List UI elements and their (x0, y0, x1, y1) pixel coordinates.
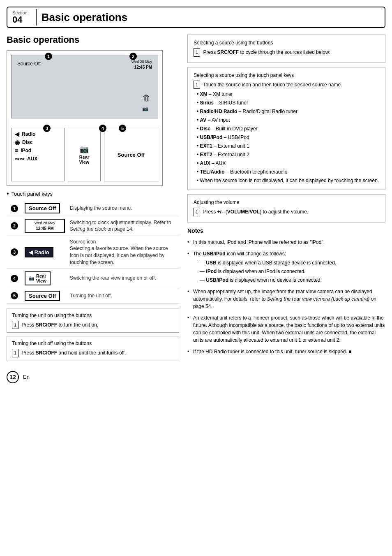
menu-item-radio: ◀ Radio (15, 131, 61, 137)
source-ext1: EXT1 – External unit 1 (197, 142, 379, 150)
source-sirius: Sirius – SIRIUS tuner (197, 99, 379, 107)
annot-key-1[interactable]: Source Off (25, 203, 60, 213)
info-on-step: 1 Press SRC/OFF to turn the unit on. (12, 321, 174, 329)
source-disc: Disc – Built-in DVD player (197, 125, 379, 132)
rear-label1: Rear (79, 155, 89, 160)
annot-desc-5: Turning the unit off. (67, 288, 179, 303)
annotation-row-2: 2 Wed 28 May 12:45 PM Switching to clock… (7, 216, 179, 236)
touch-bullet: • (7, 190, 9, 197)
selecting-buttons-heading: Selecting a source using the buttons (194, 39, 379, 46)
source-not-displayed: When the source icon is not displayed, i… (197, 177, 379, 184)
annot-desc-2: Switching to clock adjustment display. R… (67, 216, 179, 236)
usb-note: USB is displayed when a USB storage devi… (200, 259, 385, 266)
rear-camera-icon: 📷 (80, 145, 89, 154)
selecting-buttons-step: 1 Press SRC/OFF to cycle through the sou… (194, 48, 379, 57)
annotations-table: 1 Source Off Displaying the source menu.… (7, 201, 179, 304)
screen-source-off: Source Off (17, 61, 41, 67)
info-on-step-num: 1 (12, 321, 18, 329)
info-on-heading: Turning the unit on using the buttons (12, 312, 174, 319)
circle-3: 3 (43, 125, 51, 132)
header-bar: Section 04 Basic operations (7, 7, 385, 28)
usb-ipod-note: USB/iPod is displayed when no device is … (200, 276, 385, 284)
annot-num-3: 3 (11, 248, 18, 256)
touch-panel-label: • Touch panel keys (7, 190, 179, 197)
note-usb-ipod: The USB/iPod icon will change as follows… (187, 250, 385, 284)
screen-top: Source Off Wed 28 May 12:45 PM 🗑📷 (11, 55, 158, 118)
aux-icon: ∾∾ (15, 155, 25, 162)
clock-display: Wed 28 May 12:45 PM (131, 59, 152, 70)
divider (36, 9, 37, 25)
sel-touch-step-num: 1 (194, 81, 200, 89)
annotation-row-1: 1 Source Off Displaying the source menu. (7, 201, 179, 216)
source-aux: AUX – AUX (197, 160, 379, 167)
touch-panel-text: Touch panel keys (12, 191, 53, 197)
device-diagram: Source Off Wed 28 May 12:45 PM 🗑📷 1 2 ◀ (7, 50, 163, 186)
annot-num-5: 5 (11, 292, 18, 299)
selecting-buttons-box: Selecting a source using the buttons 1 P… (187, 35, 385, 63)
annotation-row-5: 5 Source Off Turning the unit off. (7, 288, 179, 303)
language-label: En (23, 374, 30, 380)
ipod-icon: ≡ (15, 147, 18, 154)
page-number: 12 (7, 371, 19, 383)
clock-line2: 12:45 PM (131, 65, 152, 70)
sel-btn-step-num: 1 (194, 48, 200, 57)
trash-icon: 🗑📷 (142, 93, 150, 112)
annot-num-1: 1 (11, 205, 18, 212)
section-label: Section 04 (12, 10, 28, 24)
note-external-unit: An external unit refers to a Pioneer pro… (187, 314, 385, 344)
usb-ipod-sub-list: USB is displayed when a USB storage devi… (193, 259, 385, 284)
source-tel: TEL/Audio – Bluetooth telephone/audio (197, 168, 379, 176)
selecting-touch-box: Selecting a source using the touch panel… (187, 67, 385, 190)
info-off-step-num: 1 (12, 349, 18, 357)
circle-2: 2 (129, 53, 137, 60)
page-footer: 12 En (7, 371, 385, 383)
annot-key-5[interactable]: Source Off (25, 291, 60, 301)
info-off-heading: Turning the unit off using the buttons (12, 340, 174, 347)
source-ext2: EXT2 – External unit 2 (197, 151, 379, 158)
annot-clock-line1: Wed 28 May (28, 221, 62, 226)
info-box-on: Turning the unit on using the buttons 1 … (7, 308, 179, 333)
circle-4: 4 (99, 125, 106, 132)
annotation-row-3: 3 ◀ Radio Source iconSelecting a favorit… (7, 236, 179, 269)
annot-rear-text: RearView (36, 273, 46, 283)
device-bottom-row: ◀ Radio ◉ Disc ≡ iPod ∾∾ (11, 128, 158, 181)
selecting-touch-step: 1 Touch the source icon and then touch t… (194, 81, 379, 89)
annot-desc-4: Switching the rear view image on or off. (67, 269, 179, 288)
page-wrapper: Section 04 Basic operations Basic operat… (0, 7, 392, 556)
note-rear-camera: When appropriately set up, the image fro… (187, 288, 385, 310)
menu-aux-label: AUX (27, 156, 37, 162)
circle-1: 1 (45, 53, 52, 60)
header-title: Basic operations (42, 11, 128, 24)
menu-item-aux: ∾∾ AUX (15, 155, 61, 162)
source-xm: XM – XM tuner (197, 90, 379, 98)
page-subtitle: Basic operations (7, 35, 179, 45)
annot-num-2: 2 (11, 222, 18, 229)
adjusting-volume-heading: Adjusting the volume (194, 199, 379, 206)
annot-key-4-rear[interactable]: 📷 RearView (25, 271, 51, 285)
source-av: AV – AV input (197, 116, 379, 124)
main-content: Basic operations Source Off Wed 28 May 1… (7, 35, 385, 364)
notes-list: In this manual, iPod and iPhone will be … (187, 239, 385, 355)
annot-key-3[interactable]: ◀ Radio (25, 247, 53, 257)
radio-icon: ◀ (15, 131, 19, 137)
notes-section: Notes In this manual, iPod and iPhone wi… (187, 227, 385, 355)
right-column: Selecting a source using the buttons 1 P… (187, 35, 385, 364)
annot-desc-1: Displaying the source menu. (67, 201, 179, 216)
source-menu-box: ◀ Radio ◉ Disc ≡ iPod ∾∾ (11, 128, 65, 181)
disc-icon: ◉ (15, 139, 20, 146)
rear-label2: View (79, 160, 90, 164)
annot-key-2-clock: Wed 28 May 12:45 PM (25, 219, 65, 233)
rear-view-box: 📷 Rear View (68, 128, 101, 181)
note-hd-radio: If the HD Radio tuner is connected to th… (187, 348, 385, 355)
menu-item-ipod: ≡ iPod (15, 147, 61, 154)
source-off-box: Source Off (104, 128, 158, 181)
notes-title: Notes (187, 227, 385, 235)
menu-disc-label: Disc (22, 139, 32, 145)
annot-num-4: 4 (11, 275, 18, 282)
source-radio: Radio/HD Radio – Radio/Digital Radio tun… (197, 108, 379, 115)
menu-ipod-label: iPod (21, 148, 31, 153)
selecting-touch-heading: Selecting a source using the touch panel… (194, 72, 379, 79)
circle-5: 5 (119, 125, 126, 132)
note-ipod: In this manual, iPod and iPhone will be … (187, 239, 385, 246)
source-off-key-label: Source Off (118, 152, 145, 158)
